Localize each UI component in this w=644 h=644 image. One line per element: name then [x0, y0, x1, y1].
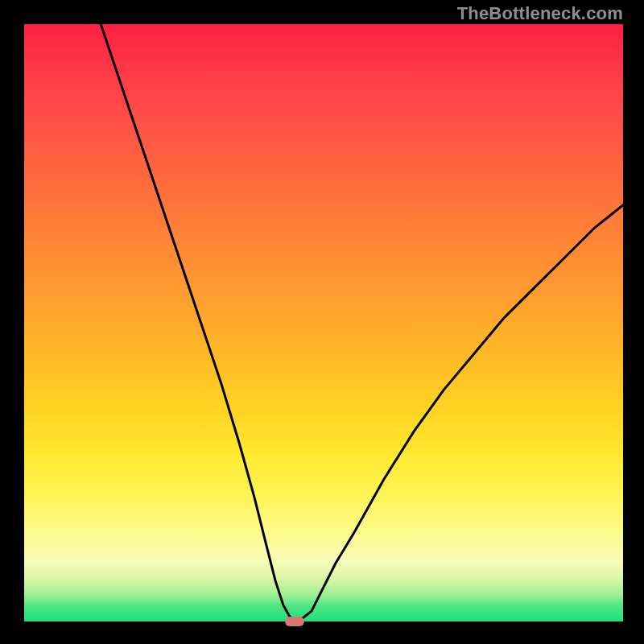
watermark-text: TheBottleneck.com	[457, 3, 623, 24]
optimal-point-marker	[285, 617, 304, 626]
chart-frame: TheBottleneck.com	[0, 0, 644, 644]
chart-plot-area	[23, 24, 625, 623]
